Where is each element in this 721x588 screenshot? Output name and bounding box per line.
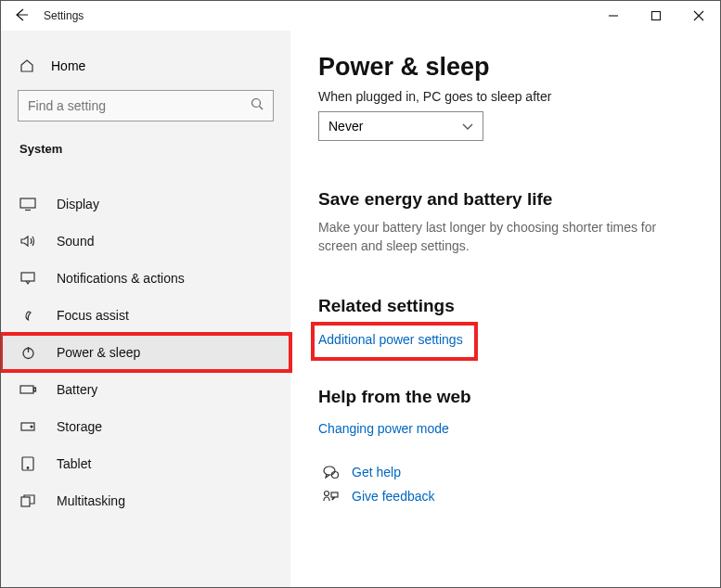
display-icon	[19, 198, 36, 211]
svg-point-14	[31, 426, 32, 428]
maximize-button[interactable]	[635, 1, 677, 31]
tablet-icon	[19, 456, 36, 471]
highlight-box: Additional power settings	[311, 322, 478, 361]
sidebar-item-label: Tablet	[57, 456, 91, 471]
feedback-icon	[322, 490, 339, 504]
sidebar-section-header: System	[1, 138, 290, 169]
close-button[interactable]	[677, 1, 720, 31]
sidebar-item-notifications[interactable]: Notifications & actions	[1, 260, 290, 297]
sidebar-item-label: Storage	[57, 419, 102, 434]
focus-assist-icon	[19, 309, 36, 323]
titlebar: Settings	[1, 1, 720, 31]
get-help-icon	[322, 466, 339, 479]
page-title: Power & sleep	[318, 53, 692, 82]
energy-subtitle: Make your battery last longer by choosin…	[318, 219, 671, 255]
sidebar-item-sound[interactable]: Sound	[1, 223, 290, 260]
svg-point-4	[252, 99, 261, 108]
sidebar-item-focus-assist[interactable]: Focus assist	[1, 297, 290, 334]
sleep-label: When plugged in, PC goes to sleep after	[318, 89, 692, 104]
related-title: Related settings	[318, 296, 692, 316]
additional-power-settings-link[interactable]: Additional power settings	[318, 332, 463, 347]
svg-rect-6	[20, 198, 35, 208]
svg-rect-17	[21, 497, 30, 506]
sidebar-item-label: Notifications & actions	[57, 271, 185, 286]
sidebar-item-label: Focus assist	[57, 308, 129, 323]
sidebar-item-multitasking[interactable]: Multitasking	[1, 482, 290, 519]
back-button[interactable]	[14, 7, 29, 25]
home-nav[interactable]: Home	[1, 53, 290, 83]
sidebar-item-storage[interactable]: Storage	[1, 408, 290, 445]
chevron-down-icon	[462, 119, 473, 134]
storage-icon	[19, 422, 36, 431]
give-feedback-row[interactable]: Give feedback	[322, 489, 692, 504]
get-help-row[interactable]: Get help	[322, 465, 692, 479]
home-icon	[19, 58, 34, 73]
dropdown-value: Never	[328, 119, 363, 134]
search-icon	[251, 97, 264, 114]
get-help-link[interactable]: Get help	[352, 465, 401, 479]
svg-rect-21	[331, 492, 338, 497]
window-title: Settings	[44, 9, 84, 22]
sidebar-item-label: Sound	[57, 234, 94, 249]
main-content: Power & sleep When plugged in, PC goes t…	[290, 31, 720, 587]
sidebar-item-battery[interactable]: Battery	[1, 371, 290, 408]
help-title: Help from the web	[318, 387, 692, 407]
give-feedback-link[interactable]: Give feedback	[352, 489, 435, 504]
sidebar-item-label: Multitasking	[57, 493, 125, 508]
sidebar-item-label: Battery	[57, 382, 97, 397]
sidebar-item-power-sleep[interactable]: Power & sleep	[1, 334, 290, 371]
search-field[interactable]	[28, 98, 251, 113]
home-label: Home	[51, 58, 85, 73]
sidebar-item-label: Power & sleep	[57, 345, 140, 360]
power-icon	[19, 346, 36, 360]
battery-icon	[19, 385, 36, 394]
notifications-icon	[19, 272, 36, 285]
svg-rect-11	[20, 386, 33, 393]
svg-point-20	[324, 491, 328, 495]
sound-icon	[19, 235, 36, 248]
svg-line-5	[260, 107, 264, 110]
multitasking-icon	[19, 494, 36, 507]
svg-point-16	[27, 467, 29, 469]
sidebar: Home System Display Sound Notifications	[1, 31, 290, 587]
energy-title: Save energy and battery life	[318, 189, 692, 210]
svg-rect-12	[34, 388, 36, 391]
svg-point-18	[324, 467, 335, 475]
sidebar-item-tablet[interactable]: Tablet	[1, 445, 290, 482]
minimize-button[interactable]	[592, 1, 635, 31]
svg-rect-8	[21, 273, 34, 281]
sidebar-item-label: Display	[57, 197, 99, 211]
svg-rect-1	[652, 12, 661, 20]
sidebar-item-display[interactable]: Display	[1, 185, 290, 223]
changing-power-mode-link[interactable]: Changing power mode	[318, 421, 449, 436]
sleep-dropdown[interactable]: Never	[318, 111, 483, 141]
search-input[interactable]	[18, 90, 274, 121]
